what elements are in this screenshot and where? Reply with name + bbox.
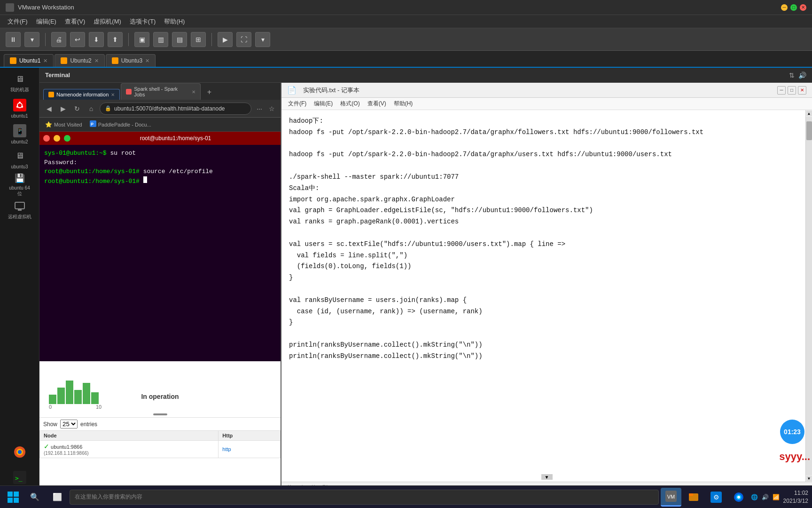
maximize-button[interactable]: □ bbox=[790, 4, 797, 11]
nav-bookmark-icon[interactable]: ☆ bbox=[266, 103, 277, 114]
left-pane: Namenode information ✕ Spark shell - Spa… bbox=[39, 83, 281, 493]
new-tab-button[interactable]: + bbox=[203, 87, 215, 98]
sidebar-item-ubuntu2[interactable]: 📱 ubuntu2 bbox=[6, 122, 34, 146]
vm-tab-ubuntu1[interactable]: Ubuntu1 ✕ bbox=[4, 54, 54, 67]
sidebar-item-64bit[interactable]: 💾 ubuntu 64 位 bbox=[6, 173, 34, 197]
nav-more-icon[interactable]: ··· bbox=[254, 103, 265, 114]
vm-tab-ubuntu3[interactable]: Ubuntu3 ✕ bbox=[106, 54, 156, 67]
menu-vm[interactable]: 虚拟机(M) bbox=[90, 16, 125, 27]
browser-tab-namenode[interactable]: Namenode information ✕ bbox=[43, 89, 120, 100]
sidebar-item-ubuntu3[interactable]: 🖥 ubuntu3 bbox=[6, 148, 34, 171]
ubuntu2-tab-label: Ubuntu2 bbox=[70, 57, 91, 64]
terminal-pane[interactable]: root@ubuntu1:/home/sys-01 sys-01@ubuntu1… bbox=[39, 132, 281, 361]
notepad-scrollbar[interactable]: ▲ ▼ bbox=[805, 110, 812, 482]
taskbar-search-icon[interactable]: 🔍 bbox=[24, 488, 45, 507]
taskbar-battery-icon[interactable]: 📶 bbox=[773, 494, 780, 500]
spark-tab-close[interactable]: ✕ bbox=[192, 89, 195, 95]
toolbar-separator-1 bbox=[45, 33, 46, 46]
sidebar-item-my-machines[interactable]: 🖥 我的机器 bbox=[6, 71, 34, 95]
hdfs-favicon bbox=[48, 92, 54, 97]
scroll-up-btn[interactable]: ▲ bbox=[806, 111, 812, 116]
vm-tab-ubuntu2[interactable]: Ubuntu2 ✕ bbox=[55, 54, 104, 67]
notepad-menu-format[interactable]: 格式(O) bbox=[337, 99, 362, 109]
sidebar-item-remote[interactable]: 远程虚拟机 bbox=[6, 198, 34, 222]
back-button[interactable]: ◀ bbox=[43, 103, 55, 114]
term-maximize[interactable] bbox=[64, 135, 70, 142]
notepad-maximize[interactable]: □ bbox=[788, 86, 796, 95]
taskbar-browser[interactable] bbox=[728, 488, 749, 507]
col-http[interactable]: Http bbox=[219, 431, 281, 441]
download-button[interactable]: ⬇ bbox=[89, 32, 104, 47]
svg-text:⚙: ⚙ bbox=[713, 493, 719, 501]
notepad-menu-help[interactable]: 帮助(H) bbox=[391, 99, 416, 109]
entries-select[interactable]: 25 10 50 bbox=[60, 420, 78, 429]
browser-tab-spark[interactable]: Spark shell - Spark Jobs ✕ bbox=[121, 83, 201, 100]
console-button[interactable]: ▶ bbox=[218, 32, 233, 47]
address-bar[interactable]: 🔒 ubuntu1:50070/dfshealth.html#tab-datan… bbox=[100, 103, 251, 115]
start-button[interactable] bbox=[4, 488, 23, 507]
ubuntu1-tab-close[interactable]: ✕ bbox=[43, 58, 47, 64]
taskbar-network-icon[interactable]: 🌐 bbox=[751, 494, 758, 500]
upload-button[interactable]: ⬆ bbox=[108, 32, 123, 47]
close-button[interactable]: ✕ bbox=[800, 4, 806, 11]
notepad-menubar: 文件(F) 编辑(E) 格式(O) 查看(V) 帮助(H) bbox=[281, 98, 812, 110]
window-controls: ─ □ ✕ bbox=[781, 4, 806, 11]
layout-btn-2[interactable]: ▥ bbox=[153, 32, 168, 47]
scroll-track[interactable] bbox=[806, 117, 812, 475]
taskbar-settings[interactable]: ⚙ bbox=[706, 488, 726, 507]
refresh-button[interactable]: ↩ bbox=[70, 32, 85, 47]
scroll-down-btn[interactable]: ▼ bbox=[806, 476, 812, 481]
pause-button[interactable]: ⏸ bbox=[6, 32, 21, 47]
layout-btn-4[interactable]: ⊞ bbox=[191, 32, 206, 47]
notepad-close[interactable]: ✕ bbox=[798, 86, 806, 95]
taskbar-volume-icon[interactable]: 🔊 bbox=[762, 494, 769, 500]
print-button[interactable]: 🖨 bbox=[51, 32, 66, 47]
pause-dropdown[interactable]: ▾ bbox=[24, 32, 39, 47]
namenode-tab-close[interactable]: ✕ bbox=[111, 92, 115, 97]
menu-view[interactable]: 查看(V) bbox=[61, 16, 89, 27]
layout-btn-3[interactable]: ▤ bbox=[172, 32, 187, 47]
http-cell[interactable]: http bbox=[219, 441, 281, 458]
taskbar-taskview[interactable]: ⬜ bbox=[47, 488, 68, 507]
taskbar-vmware[interactable]: VM bbox=[661, 488, 681, 507]
forward-button[interactable]: ▶ bbox=[57, 103, 69, 114]
menu-file[interactable]: 文件(F) bbox=[4, 16, 31, 27]
notepad-menu-view[interactable]: 查看(V) bbox=[365, 99, 389, 109]
chart-bar-5 bbox=[83, 383, 90, 404]
notepad-menu-edit[interactable]: 编辑(E) bbox=[311, 99, 336, 109]
fullscreen-dropdown[interactable]: ▾ bbox=[255, 32, 270, 47]
scroll-thumb[interactable] bbox=[806, 121, 812, 140]
taskbar-files[interactable] bbox=[683, 488, 704, 507]
sidebar-item-firefox[interactable] bbox=[6, 440, 34, 464]
notepad-menu-file[interactable]: 文件(F) bbox=[285, 99, 309, 109]
term-close[interactable] bbox=[43, 135, 50, 142]
fullscreen-button[interactable]: ⛶ bbox=[236, 32, 251, 47]
bookmark-paddle[interactable]: P PaddlePaddle - Docu... bbox=[88, 119, 153, 129]
ubuntu3-tab-close[interactable]: ✕ bbox=[145, 58, 149, 64]
notepad-content[interactable]: hadoop下: hadoop fs -put /opt/spark-2.2.0… bbox=[281, 110, 805, 482]
bookmark-most-visited[interactable]: ⭐ Most Visited bbox=[43, 120, 84, 129]
menu-help[interactable]: 帮助(H) bbox=[160, 16, 188, 27]
term-minimize[interactable] bbox=[54, 135, 60, 142]
col-node[interactable]: Node bbox=[40, 431, 219, 441]
terminal-sidebar-icon: >_ bbox=[13, 471, 26, 484]
notepad-minimize[interactable]: ─ bbox=[777, 86, 786, 95]
taskbar-clock[interactable]: 11:02 2021/3/12 bbox=[783, 489, 808, 505]
layout-btn-1[interactable]: ▣ bbox=[134, 32, 149, 47]
terminal-volume-icon[interactable]: 🔊 bbox=[798, 71, 806, 79]
menu-edit[interactable]: 编辑(E) bbox=[32, 16, 60, 27]
reload-button[interactable]: ↻ bbox=[71, 103, 83, 114]
ubuntu3-tab-label: Ubuntu3 bbox=[121, 57, 142, 64]
taskbar-search-box[interactable]: 在这里输入你要搜索的内容 bbox=[70, 490, 659, 505]
terminal-sort-icon[interactable]: ⇅ bbox=[789, 71, 795, 79]
chart-axis-10: 10 bbox=[96, 404, 102, 410]
terminal-body[interactable]: sys-01@ubuntu1:~$ su root Password: root… bbox=[39, 145, 281, 361]
minimize-button[interactable]: ─ bbox=[781, 4, 788, 11]
home-button[interactable]: ⌂ bbox=[86, 103, 97, 114]
vmware-toolbar: ⏸ ▾ 🖨 ↩ ⬇ ⬆ ▣ ▥ ▤ ⊞ ▶ ⛶ ▾ bbox=[0, 28, 812, 51]
ubuntu2-tab-close[interactable]: ✕ bbox=[94, 58, 99, 64]
scroll-indicator[interactable]: ▼ bbox=[541, 474, 553, 480]
resize-handle[interactable] bbox=[153, 413, 167, 415]
sidebar-item-ubuntu1[interactable]: ubuntu1 bbox=[6, 97, 34, 120]
menu-tabs[interactable]: 选项卡(T) bbox=[126, 16, 160, 27]
